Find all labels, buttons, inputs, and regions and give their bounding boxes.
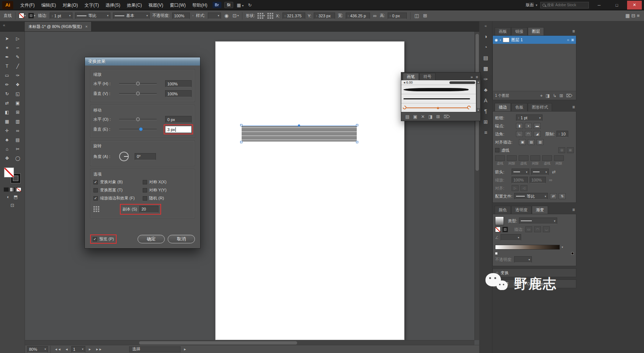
- projecting-cap-icon[interactable]: ▬: [534, 123, 541, 129]
- gradient-type-dropdown[interactable]: [519, 218, 557, 224]
- character-panel-icon[interactable]: A: [480, 95, 491, 106]
- visibility-eye-icon[interactable]: ◉: [495, 38, 498, 42]
- search-input[interactable]: [547, 3, 587, 7]
- scale-h-field[interactable]: 100%: [165, 80, 192, 87]
- arrow-align-end-icon[interactable]: ◁: [520, 185, 527, 191]
- tab-transparency[interactable]: 透明度: [511, 206, 531, 214]
- align-dash-icon[interactable]: ⊞: [567, 147, 574, 153]
- rotate-tool[interactable]: ↻: [2, 89, 13, 98]
- last-artboard-icon[interactable]: ►►: [95, 347, 103, 351]
- tab-gradient[interactable]: 渐变: [532, 206, 548, 214]
- layer-name[interactable]: 图层 1: [511, 37, 523, 43]
- miter-limit-field[interactable]: 10: [556, 131, 568, 137]
- new-brush-icon[interactable]: ⊞: [434, 114, 442, 119]
- move-h-slider[interactable]: [119, 119, 157, 120]
- tab-swatches[interactable]: 色板: [511, 103, 527, 111]
- status-expand-icon[interactable]: ►: [182, 347, 188, 351]
- menu-item[interactable]: 视图(V): [145, 0, 167, 10]
- app-logo[interactable]: Ai: [2, 1, 13, 9]
- artboard[interactable]: [215, 41, 405, 340]
- arrow-scale-end-field[interactable]: 100%: [530, 177, 546, 183]
- libraries-panel-icon[interactable]: ▣: [411, 114, 419, 119]
- round-join-icon[interactable]: ◠: [525, 131, 532, 137]
- selection-handle[interactable]: [356, 124, 358, 126]
- panel-menu-icon[interactable]: ≡: [572, 29, 575, 34]
- menu-item[interactable]: 对象(O): [59, 0, 81, 10]
- fill-swatch-none[interactable]: [4, 167, 14, 177]
- x-field[interactable]: 321.375: [282, 13, 305, 19]
- gradient-button[interactable]: [10, 187, 15, 192]
- line-segment-tool[interactable]: ╱: [13, 61, 23, 71]
- delete-layer-icon[interactable]: ⌦: [565, 93, 574, 98]
- arrow-scale-start-field[interactable]: 100%: [512, 177, 528, 183]
- preserve-dash-icon[interactable]: ⊟: [558, 147, 565, 153]
- gradient-stop-white[interactable]: [495, 252, 498, 255]
- close-button[interactable]: ✕: [627, 1, 642, 10]
- selection-tool[interactable]: ➤: [2, 34, 13, 43]
- copies-field[interactable]: 20: [139, 206, 159, 213]
- gradient-stop-dark[interactable]: [571, 252, 574, 255]
- move-v-field[interactable]: 3 px: [165, 126, 192, 133]
- ok-button[interactable]: 确定: [138, 235, 165, 243]
- select-similar-dropdown[interactable]: ⊡▾: [232, 13, 239, 18]
- draw-normal-icon[interactable]: ◐: [6, 194, 11, 200]
- document-tab[interactable]: 未标题-1* @ 80% (RGB/预览) ×: [24, 21, 92, 31]
- gradient-opacity-field[interactable]: [514, 256, 532, 263]
- screen-mode-icon[interactable]: ⊟: [631, 13, 636, 18]
- panel-menu-icon[interactable]: ≡: [572, 207, 575, 212]
- arrange-documents-icon[interactable]: ▦ ▾: [235, 3, 246, 8]
- bridge-icon[interactable]: Br: [213, 2, 221, 8]
- dash-field[interactable]: 间隙: [530, 155, 540, 166]
- sync-settings-icon[interactable]: ↻: [246, 3, 253, 8]
- shape-widget[interactable]: ▾: [257, 13, 265, 19]
- style-dropdown[interactable]: [208, 13, 221, 19]
- swatches-panel-icon[interactable]: ▤: [480, 52, 491, 63]
- arrowhead-start-dropdown[interactable]: [512, 169, 529, 175]
- transform-panel-icon[interactable]: ◫: [414, 13, 420, 18]
- locate-object-icon[interactable]: ⌖: [539, 93, 544, 98]
- scroll-up-icon[interactable]: ▲: [477, 81, 480, 83]
- zoom-tool[interactable]: ◯: [13, 153, 23, 163]
- dash-field[interactable]: 虚线: [519, 155, 529, 166]
- round-cap-icon[interactable]: ◖: [525, 123, 532, 129]
- gradient-tool[interactable]: ▥: [13, 117, 23, 126]
- scrollbar-thumb[interactable]: [477, 84, 480, 109]
- fill-color-dropdown[interactable]: ▾: [19, 13, 26, 18]
- fill-stroke-widget[interactable]: [4, 167, 21, 184]
- dash-field[interactable]: 虚线: [495, 155, 505, 166]
- reflect-y-checkbox[interactable]: [143, 188, 147, 193]
- transform-patterns-checkbox[interactable]: [93, 188, 98, 193]
- stroke-weight-field[interactable]: 1 pt: [516, 114, 542, 121]
- align-panel-icon[interactable]: ≡: [480, 127, 491, 138]
- flip-along-icon[interactable]: ⇄: [550, 193, 557, 199]
- butt-cap-icon[interactable]: ▮: [516, 123, 523, 129]
- none-button[interactable]: [16, 187, 21, 192]
- dash-field[interactable]: 间隙: [507, 155, 517, 166]
- tab-color[interactable]: 颜色: [495, 206, 511, 214]
- document-arrange-icon[interactable]: ▦: [625, 13, 630, 18]
- menu-item[interactable]: 文件(F): [17, 0, 38, 10]
- curvature-tool[interactable]: ✎: [13, 52, 23, 61]
- layer-row[interactable]: ◉ › 图层 1 ○ ▣: [493, 36, 576, 44]
- dashed-line-checkbox[interactable]: [495, 148, 499, 152]
- swap-arrowheads-icon[interactable]: ⇄: [551, 169, 557, 174]
- menu-item[interactable]: 编辑(E): [38, 0, 59, 10]
- pen-tool[interactable]: ✒: [2, 52, 13, 61]
- workspace-switcher[interactable]: 版面: [526, 2, 537, 8]
- cancel-button[interactable]: 取消: [168, 235, 195, 243]
- tab-symbols[interactable]: 符号: [419, 73, 435, 80]
- move-v-slider[interactable]: [119, 129, 157, 130]
- artboard-number-dropdown[interactable]: 1: [71, 346, 85, 353]
- shape-builder-tool[interactable]: ◧: [2, 107, 13, 117]
- gradient-strip-menu-icon[interactable]: ▾: [562, 246, 563, 249]
- paragraph-panel-icon[interactable]: ¶: [480, 106, 491, 116]
- panel-menu-icon[interactable]: ≡: [636, 13, 640, 18]
- menu-item[interactable]: 文字(T): [81, 0, 102, 10]
- brush-item-partial[interactable]: ◂6.00: [401, 80, 480, 85]
- move-h-field[interactable]: 0 px: [165, 116, 192, 123]
- gradient-angle-field[interactable]: [501, 234, 521, 241]
- collapse-tools-icon[interactable]: «: [0, 21, 8, 29]
- random-checkbox[interactable]: [143, 196, 147, 201]
- reflect-x-checkbox[interactable]: [143, 180, 147, 184]
- color-button[interactable]: [4, 187, 9, 192]
